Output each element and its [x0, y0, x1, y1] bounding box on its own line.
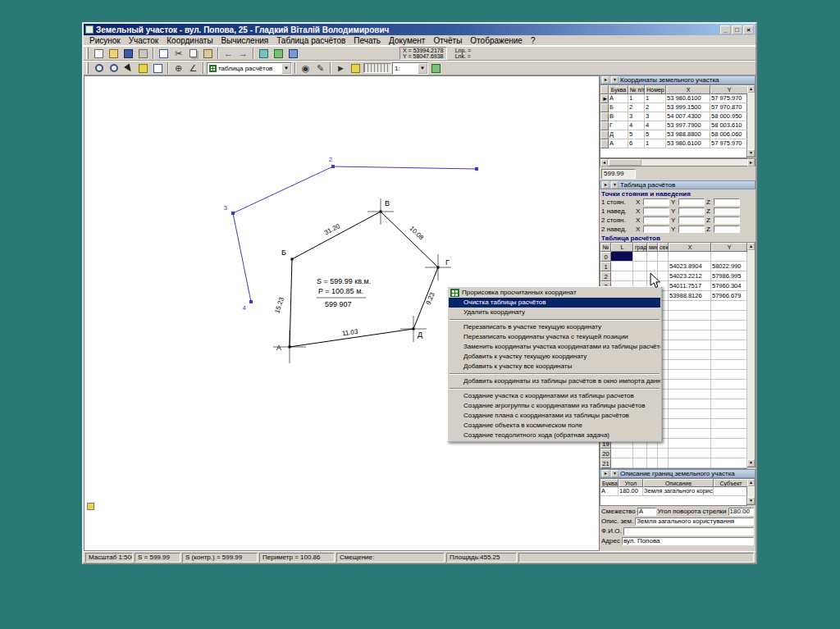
table-row[interactable]: 21	[600, 458, 746, 468]
chevron-down-icon[interactable]: ▼	[418, 63, 427, 74]
scroll-left-icon[interactable]: ◄	[600, 159, 608, 166]
calc-vertical-scrollbar[interactable]: ▲ ▼	[747, 242, 756, 467]
minimize-button[interactable]: _	[720, 25, 731, 34]
y-input[interactable]	[678, 198, 705, 206]
adjacency-input[interactable]: А	[637, 508, 656, 516]
scroll-right-icon[interactable]: ►	[747, 159, 755, 166]
table-row[interactable]: ► А 1 1 53 980.6100 57 975.970	[600, 94, 746, 103]
y-input[interactable]	[678, 217, 705, 224]
z-input[interactable]	[714, 226, 740, 233]
menu-item[interactable]: Таблица расчётов	[272, 36, 349, 45]
titlebar[interactable]: Земельный участок - вул. Попова, 25 - Гл…	[84, 24, 756, 35]
menu-item[interactable]: Координаты	[162, 36, 217, 45]
coords-section-header[interactable]: ► ▼ Координаты земельного участка	[600, 75, 756, 84]
settings-icon[interactable]	[429, 62, 443, 75]
menu-item[interactable]: Вычисления	[217, 36, 273, 45]
context-menu-item[interactable]: Создание участка с координатами из табли…	[449, 391, 660, 401]
redo-icon[interactable]: →	[236, 47, 250, 60]
scroll-up-icon[interactable]: ▲	[747, 243, 755, 250]
context-menu-item[interactable]: Добавить к участку все координаты	[449, 362, 660, 371]
collapse-icon[interactable]: ▼	[611, 470, 619, 477]
y-input[interactable]	[678, 226, 705, 233]
x-input[interactable]	[643, 226, 669, 233]
context-menu-item[interactable]	[450, 388, 660, 390]
zoom-extents-icon[interactable]	[151, 62, 165, 75]
scroll-down-icon[interactable]: ▼	[747, 459, 755, 467]
table-row[interactable]: 2 54023.2212 57986.995	[600, 271, 746, 281]
traverse-point-3[interactable]	[231, 212, 235, 215]
calc-section-header[interactable]: ► ▼ Таблица расчётов	[600, 180, 756, 189]
menu-item[interactable]: Отображение	[466, 36, 527, 45]
toolbar-grip[interactable]	[86, 62, 89, 74]
cut-icon[interactable]: ✂	[171, 47, 185, 60]
address-input[interactable]: вул. Попова	[622, 537, 754, 545]
owner-name-input[interactable]	[623, 527, 754, 536]
mode-combo[interactable]: таблица расчётов ▼	[207, 62, 292, 75]
z-input[interactable]	[714, 217, 740, 224]
menu-item[interactable]: Рисунок	[85, 36, 125, 45]
z-input[interactable]	[714, 207, 740, 215]
rotation-angle-input[interactable]: 180.00	[728, 508, 754, 516]
x-input[interactable]	[643, 198, 669, 206]
pointer-tool-icon[interactable]	[121, 62, 135, 75]
expand-icon[interactable]: ►	[602, 181, 609, 189]
expand-icon[interactable]: ►	[602, 76, 609, 84]
z-input[interactable]	[714, 198, 740, 206]
vertex-b[interactable]	[291, 258, 294, 261]
table-row[interactable]: А 6 1 53 980.6100 57 975.970	[600, 139, 746, 148]
context-menu-item[interactable]: Очистка таблицы расчётов	[449, 298, 660, 308]
maximize-button[interactable]: □	[732, 25, 742, 34]
border-desc-row[interactable]: А 180.00 Земля загального корист	[600, 487, 746, 496]
area-value-box[interactable]: 599.99	[601, 169, 636, 179]
context-menu-item[interactable]: Заменить координаты участка координатами…	[449, 342, 660, 352]
context-menu-item[interactable]: Перезаписать координаты участка с текуще…	[449, 332, 660, 342]
scroll-up-icon[interactable]: ▲	[747, 479, 755, 486]
menu-item[interactable]: Печать	[349, 36, 385, 45]
context-menu-item[interactable]: Создание объекта в космическом поле	[449, 421, 660, 431]
table-row[interactable]: 1 54023.8904 58022.990	[600, 262, 746, 271]
traverse-point-4[interactable]	[249, 300, 253, 303]
print-icon[interactable]	[136, 47, 150, 60]
toolbar-grip[interactable]	[86, 48, 89, 59]
info-icon[interactable]	[286, 47, 300, 60]
grid-view-icon[interactable]	[257, 47, 271, 60]
collapse-icon[interactable]: ▼	[611, 76, 619, 84]
context-menu-item[interactable]: Прорисовка просчитанных координат	[449, 288, 660, 298]
zoom-in-icon[interactable]	[92, 62, 106, 75]
traverse-endpoint[interactable]	[475, 167, 478, 171]
y-input[interactable]	[678, 207, 705, 215]
table-row[interactable]: 0	[600, 252, 746, 262]
angle-tool-icon[interactable]: ∠	[186, 62, 200, 75]
layers-icon[interactable]	[272, 47, 285, 60]
context-menu-item[interactable]: Создание агрогруппы с координатами из та…	[449, 401, 660, 411]
menu-item[interactable]: Участок	[125, 36, 163, 45]
menu-item[interactable]: ?	[527, 36, 540, 45]
new-file-icon[interactable]	[92, 47, 106, 60]
chevron-down-icon[interactable]: ▼	[281, 63, 291, 74]
ruler-widget[interactable]	[363, 63, 391, 73]
print-preview-icon[interactable]	[157, 47, 171, 60]
play-icon[interactable]: ►	[334, 62, 348, 75]
context-menu-item[interactable]: Создание плана с координатами из таблицы…	[449, 411, 660, 421]
table-row[interactable]: Г 4 4 53 997.7900 58 003.610	[600, 121, 746, 130]
zoom-out-icon[interactable]	[107, 62, 121, 75]
scroll-down-icon[interactable]: ▼	[747, 497, 755, 504]
context-menu-item[interactable]: Добавить координаты из таблицы расчётов …	[449, 376, 660, 386]
collapse-icon[interactable]: ▼	[611, 181, 619, 189]
embedded-object-icon[interactable]	[87, 503, 94, 510]
pan-tool-icon[interactable]	[136, 62, 150, 75]
traverse-point-2[interactable]	[331, 165, 335, 168]
copy-icon[interactable]	[186, 47, 200, 60]
x-input[interactable]	[643, 207, 669, 215]
point-tool-icon[interactable]: ⊕	[171, 62, 185, 75]
borders-vertical-scrollbar[interactable]: ▲ ▼	[747, 478, 756, 505]
open-folder-icon[interactable]	[107, 47, 121, 60]
marker-tool-icon[interactable]	[349, 62, 363, 75]
borders-section-header[interactable]: ► ▼ Описание границ земельного участка	[600, 469, 756, 478]
scroll-up-icon[interactable]: ▲	[747, 85, 755, 93]
menu-item[interactable]: Документ	[385, 36, 429, 45]
coords-vertical-scrollbar[interactable]: ▲ ▼	[747, 84, 756, 157]
table-row[interactable]: 20	[600, 449, 746, 458]
close-button[interactable]: ×	[743, 25, 754, 34]
table-row[interactable]: Д 5 5 53 988.8800 58 006.060	[600, 130, 746, 139]
